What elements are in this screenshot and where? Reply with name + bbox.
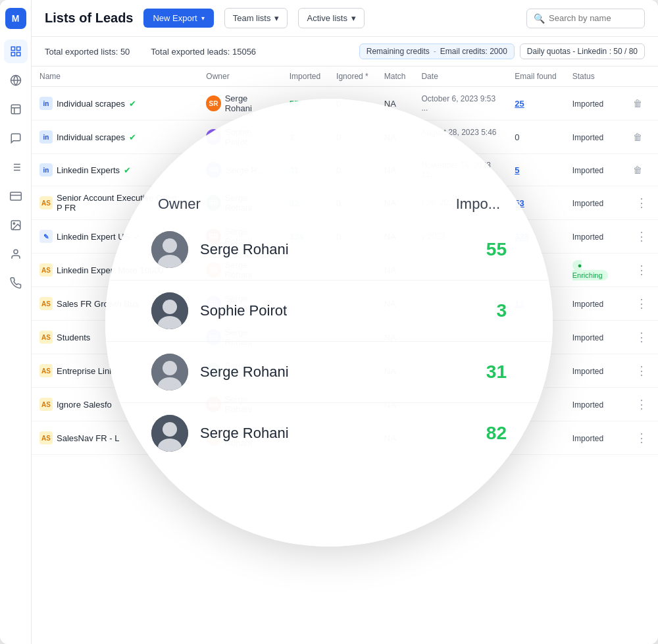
chevron-down-icon: ▾	[274, 13, 279, 23]
row-type-icon: AS	[39, 196, 53, 209]
chevron-down-icon: ▾	[351, 13, 356, 23]
cell-status: Imported	[565, 154, 625, 186]
sidebar-icon-phone[interactable]	[4, 271, 28, 295]
active-lists-button[interactable]: Active lists ▾	[298, 8, 364, 28]
zoom-header: Owner Impo...	[105, 182, 553, 219]
zoom-row: Serge Rohani 82	[105, 403, 553, 464]
col-status: Status	[565, 67, 625, 87]
cell-date: October 6, 2023 9:53 ...	[413, 87, 507, 121]
cell-actions: ⋮	[625, 388, 658, 421]
search-icon: 🔍	[534, 13, 545, 24]
cell-email-found: 25	[507, 87, 564, 121]
col-imported: Imported	[282, 67, 328, 87]
row-type-icon: AS	[39, 297, 53, 310]
delete-icon[interactable]: 🗑	[633, 98, 642, 109]
zoom-overlay: Owner Impo... Serge Rohani 55	[105, 99, 553, 547]
svg-point-30	[163, 422, 177, 437]
cell-name: in Individual scrapes ✔	[32, 87, 198, 121]
col-actions	[625, 67, 658, 87]
svg-rect-1	[16, 47, 20, 50]
zoom-owner-info: Serge Rohani	[151, 415, 486, 452]
cell-email-found: 0	[507, 121, 564, 154]
new-export-button[interactable]: New Export ▾	[143, 9, 213, 28]
more-actions-button[interactable]: ⋮	[633, 230, 650, 243]
cell-status: ● Enriching	[565, 254, 625, 287]
sidebar-icon-list[interactable]	[4, 155, 28, 179]
more-actions-button[interactable]: ⋮	[633, 297, 650, 310]
col-name: Name	[32, 67, 198, 87]
cell-actions: ⋮	[625, 254, 658, 287]
total-exported-lists: Total exported lists: 50	[45, 47, 130, 57]
delete-icon[interactable]: 🗑	[633, 132, 642, 142]
zoom-owner-info: Serge Rohani	[151, 354, 486, 390]
cell-status: Imported	[565, 220, 625, 254]
more-actions-button[interactable]: ⋮	[633, 398, 650, 411]
verified-icon: ✔	[129, 132, 136, 142]
cell-status: Imported	[565, 186, 625, 220]
col-owner: Owner	[198, 67, 281, 87]
delete-icon[interactable]: 🗑	[633, 165, 642, 175]
zoom-avatar	[151, 415, 188, 452]
zoom-row: Serge Rohani 55	[105, 219, 553, 281]
cell-actions: ⋮	[625, 220, 658, 254]
svg-point-27	[163, 361, 177, 375]
cell-status: Imported	[565, 421, 625, 455]
row-type-icon: in	[39, 130, 53, 144]
verified-icon: ✔	[124, 165, 131, 175]
more-actions-button[interactable]: ⋮	[633, 196, 650, 209]
more-actions-button[interactable]: ⋮	[633, 263, 650, 277]
cell-actions: 🗑	[625, 121, 658, 154]
zoom-owner-name: Serge Rohani	[200, 241, 289, 258]
zoom-owner-name: Serge Rohani	[200, 425, 289, 442]
col-match: Match	[376, 67, 414, 87]
zoom-col-imported: Impo...	[329, 196, 500, 213]
zoom-imported-count: 31	[486, 362, 507, 383]
more-actions-button[interactable]: ⋮	[633, 364, 650, 377]
col-email-found: Email found	[507, 67, 564, 87]
zoom-owner-name: Sophie Poirot	[200, 302, 287, 319]
svg-point-24	[163, 300, 177, 314]
svg-rect-3	[16, 53, 20, 56]
zoom-imported-count: 3	[496, 300, 507, 321]
search-box: 🔍	[526, 9, 645, 28]
row-type-icon: AS	[39, 398, 53, 411]
more-actions-button[interactable]: ⋮	[633, 331, 650, 344]
sidebar-icon-creditcard[interactable]	[4, 184, 28, 208]
cell-actions: 🗑	[625, 154, 658, 186]
cell-actions: ⋮	[625, 421, 658, 455]
sidebar-icon-globe[interactable]	[4, 68, 28, 92]
row-type-icon: in	[39, 97, 53, 110]
row-type-icon: AS	[39, 331, 53, 344]
more-actions-button[interactable]: ⋮	[633, 431, 650, 444]
zoom-row: Sophie Poirot 3	[105, 281, 553, 342]
app-logo: M	[5, 8, 26, 29]
verified-icon: ✔	[129, 99, 136, 109]
row-type-icon: AS	[39, 431, 53, 444]
page-title: Lists of Leads	[45, 11, 133, 26]
sidebar-icon-grid[interactable]	[4, 97, 28, 121]
zoom-avatar	[151, 354, 188, 390]
team-lists-button[interactable]: Team lists ▾	[224, 8, 288, 28]
cell-name: in Individual scrapes ✔	[32, 121, 198, 154]
search-input[interactable]	[549, 13, 638, 23]
total-exported-leads: Total exported leads: 15056	[151, 47, 256, 57]
cell-status: Imported	[565, 121, 625, 154]
sidebar-icon-image[interactable]	[4, 213, 28, 237]
cell-actions: ⋮	[625, 321, 658, 354]
zoom-owner-name: Serge Rohani	[200, 363, 289, 381]
svg-rect-2	[11, 53, 14, 56]
row-type-icon: in	[39, 163, 53, 176]
cell-actions: ⋮	[625, 186, 658, 220]
chevron-down-icon: ▾	[201, 14, 205, 22]
svg-point-21	[163, 238, 177, 253]
cell-actions: ⋮	[625, 287, 658, 321]
remaining-credits-badge: Remaining credits - Email credits: 2000	[359, 43, 515, 59]
svg-rect-0	[11, 47, 14, 50]
sidebar-icon-user[interactable]	[4, 242, 28, 266]
owner-avatar: SR	[206, 95, 220, 111]
cell-email-found: 5	[507, 154, 564, 186]
sidebar-icon-dashboard[interactable]	[4, 40, 28, 63]
daily-quota-badge: Daily quotas - Linkedin : 50 / 80	[520, 43, 645, 59]
col-date: Date	[413, 67, 507, 87]
sidebar-icon-message[interactable]	[4, 126, 28, 150]
